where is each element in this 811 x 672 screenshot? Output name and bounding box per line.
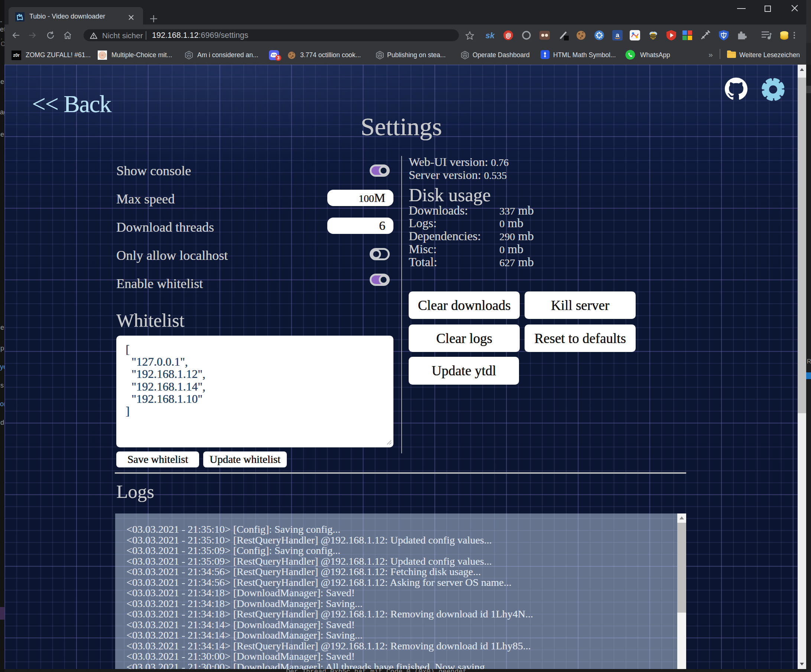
svg-text:a: a: [616, 32, 619, 39]
